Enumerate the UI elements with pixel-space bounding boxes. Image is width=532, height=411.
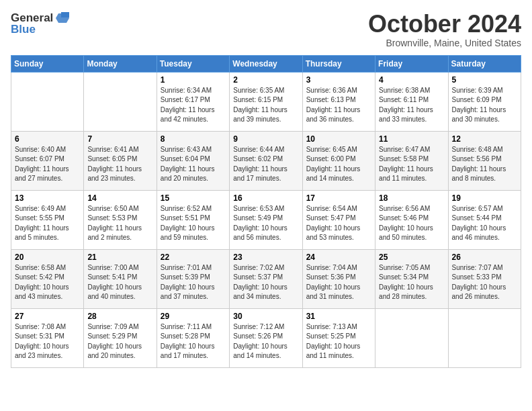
day-number: 28 xyxy=(87,312,152,321)
calendar-cell: 10Sunrise: 6:45 AM Sunset: 6:00 PM Dayli… xyxy=(302,131,375,190)
calendar-cell: 7Sunrise: 6:41 AM Sunset: 6:05 PM Daylig… xyxy=(84,131,157,190)
calendar-cell: 26Sunrise: 7:07 AM Sunset: 5:33 PM Dayli… xyxy=(448,249,521,308)
day-detail: Sunrise: 7:00 AM Sunset: 5:41 PM Dayligh… xyxy=(87,263,152,302)
calendar-cell: 23Sunrise: 7:02 AM Sunset: 5:37 PM Dayli… xyxy=(230,249,302,308)
day-number: 17 xyxy=(306,193,371,203)
calendar-cell: 8Sunrise: 6:43 AM Sunset: 6:04 PM Daylig… xyxy=(157,131,229,190)
calendar-cell: 12Sunrise: 6:48 AM Sunset: 5:56 PM Dayli… xyxy=(448,131,521,190)
day-number: 15 xyxy=(161,193,226,203)
calendar-cell xyxy=(84,72,157,131)
title-section: October 2024 Brownville, Maine, United S… xyxy=(368,11,521,48)
day-number: 7 xyxy=(87,134,152,144)
day-number: 25 xyxy=(379,253,444,262)
calendar-cell: 11Sunrise: 6:47 AM Sunset: 5:58 PM Dayli… xyxy=(375,131,448,190)
calendar-cell: 22Sunrise: 7:01 AM Sunset: 5:39 PM Dayli… xyxy=(157,249,229,308)
calendar-cell: 17Sunrise: 6:54 AM Sunset: 5:47 PM Dayli… xyxy=(302,190,375,249)
weekday-header-saturday: Saturday xyxy=(448,55,521,72)
logo-icon xyxy=(54,11,69,26)
calendar-cell xyxy=(11,72,84,131)
day-detail: Sunrise: 6:45 AM Sunset: 6:00 PM Dayligh… xyxy=(306,145,371,184)
calendar-cell: 27Sunrise: 7:08 AM Sunset: 5:31 PM Dayli… xyxy=(11,308,84,367)
calendar-cell: 25Sunrise: 7:05 AM Sunset: 5:34 PM Dayli… xyxy=(375,249,448,308)
calendar-cell: 28Sunrise: 7:09 AM Sunset: 5:29 PM Dayli… xyxy=(84,308,157,367)
calendar-title: October 2024 xyxy=(368,11,521,38)
calendar-week-row: 6Sunrise: 6:40 AM Sunset: 6:07 PM Daylig… xyxy=(11,131,521,190)
calendar-cell: 15Sunrise: 6:52 AM Sunset: 5:51 PM Dayli… xyxy=(157,190,229,249)
day-detail: Sunrise: 6:34 AM Sunset: 6:17 PM Dayligh… xyxy=(161,86,226,125)
calendar-week-row: 20Sunrise: 6:58 AM Sunset: 5:42 PM Dayli… xyxy=(11,249,521,308)
day-detail: Sunrise: 7:05 AM Sunset: 5:34 PM Dayligh… xyxy=(379,263,444,302)
calendar-cell: 19Sunrise: 6:57 AM Sunset: 5:44 PM Dayli… xyxy=(448,190,521,249)
day-detail: Sunrise: 7:04 AM Sunset: 5:36 PM Dayligh… xyxy=(306,263,371,302)
calendar-cell: 31Sunrise: 7:13 AM Sunset: 5:25 PM Dayli… xyxy=(302,308,375,367)
day-number: 10 xyxy=(306,134,371,144)
day-detail: Sunrise: 6:58 AM Sunset: 5:42 PM Dayligh… xyxy=(15,263,80,302)
weekday-header-friday: Friday xyxy=(375,55,448,72)
logo-blue-text: Blue xyxy=(11,23,36,36)
day-number: 11 xyxy=(379,134,444,144)
calendar-cell: 16Sunrise: 6:53 AM Sunset: 5:49 PM Dayli… xyxy=(230,190,302,249)
day-detail: Sunrise: 6:52 AM Sunset: 5:51 PM Dayligh… xyxy=(161,204,226,243)
day-number: 20 xyxy=(15,253,80,262)
day-number: 13 xyxy=(15,193,80,203)
day-detail: Sunrise: 6:35 AM Sunset: 6:15 PM Dayligh… xyxy=(233,86,298,125)
calendar-cell: 21Sunrise: 7:00 AM Sunset: 5:41 PM Dayli… xyxy=(84,249,157,308)
day-number: 27 xyxy=(15,312,80,321)
day-number: 8 xyxy=(161,134,226,144)
day-detail: Sunrise: 6:48 AM Sunset: 5:56 PM Dayligh… xyxy=(452,145,517,184)
weekday-header-row: SundayMondayTuesdayWednesdayThursdayFrid… xyxy=(11,55,521,72)
day-detail: Sunrise: 6:54 AM Sunset: 5:47 PM Dayligh… xyxy=(306,204,371,243)
day-number: 18 xyxy=(379,193,444,203)
calendar-week-row: 27Sunrise: 7:08 AM Sunset: 5:31 PM Dayli… xyxy=(11,308,521,367)
day-number: 4 xyxy=(379,75,444,85)
calendar-cell: 14Sunrise: 6:50 AM Sunset: 5:53 PM Dayli… xyxy=(84,190,157,249)
calendar-cell: 29Sunrise: 7:11 AM Sunset: 5:28 PM Dayli… xyxy=(157,308,229,367)
day-detail: Sunrise: 6:50 AM Sunset: 5:53 PM Dayligh… xyxy=(87,204,152,243)
day-detail: Sunrise: 6:40 AM Sunset: 6:07 PM Dayligh… xyxy=(15,145,80,184)
day-number: 19 xyxy=(452,193,517,203)
day-number: 21 xyxy=(87,253,152,262)
day-number: 29 xyxy=(161,312,226,321)
day-detail: Sunrise: 6:41 AM Sunset: 6:05 PM Dayligh… xyxy=(87,145,152,184)
calendar-week-row: 13Sunrise: 6:49 AM Sunset: 5:55 PM Dayli… xyxy=(11,190,521,249)
calendar-cell: 3Sunrise: 6:36 AM Sunset: 6:13 PM Daylig… xyxy=(302,72,375,131)
day-detail: Sunrise: 6:43 AM Sunset: 6:04 PM Dayligh… xyxy=(161,145,226,184)
calendar-cell: 24Sunrise: 7:04 AM Sunset: 5:36 PM Dayli… xyxy=(302,249,375,308)
day-detail: Sunrise: 6:49 AM Sunset: 5:55 PM Dayligh… xyxy=(15,204,80,243)
calendar-subtitle: Brownville, Maine, United States xyxy=(368,38,521,48)
page-header: General Blue October 2024 Brownville, Ma… xyxy=(11,11,521,48)
calendar-cell: 6Sunrise: 6:40 AM Sunset: 6:07 PM Daylig… xyxy=(11,131,84,190)
weekday-header-thursday: Thursday xyxy=(302,55,375,72)
weekday-header-sunday: Sunday xyxy=(11,55,84,72)
day-detail: Sunrise: 6:47 AM Sunset: 5:58 PM Dayligh… xyxy=(379,145,444,184)
day-detail: Sunrise: 6:56 AM Sunset: 5:46 PM Dayligh… xyxy=(379,204,444,243)
day-detail: Sunrise: 6:39 AM Sunset: 6:09 PM Dayligh… xyxy=(452,86,517,125)
day-detail: Sunrise: 6:57 AM Sunset: 5:44 PM Dayligh… xyxy=(452,204,517,243)
day-detail: Sunrise: 7:12 AM Sunset: 5:26 PM Dayligh… xyxy=(233,322,298,361)
day-number: 9 xyxy=(233,134,298,144)
day-number: 5 xyxy=(452,75,517,85)
day-detail: Sunrise: 7:11 AM Sunset: 5:28 PM Dayligh… xyxy=(161,322,226,361)
calendar-cell xyxy=(448,308,521,367)
day-number: 16 xyxy=(233,193,298,203)
day-detail: Sunrise: 7:08 AM Sunset: 5:31 PM Dayligh… xyxy=(15,322,80,361)
day-detail: Sunrise: 7:07 AM Sunset: 5:33 PM Dayligh… xyxy=(452,263,517,302)
day-number: 3 xyxy=(306,75,371,85)
calendar-table: SundayMondayTuesdayWednesdayThursdayFrid… xyxy=(11,55,521,368)
weekday-header-wednesday: Wednesday xyxy=(230,55,302,72)
calendar-cell: 9Sunrise: 6:44 AM Sunset: 6:02 PM Daylig… xyxy=(230,131,302,190)
day-detail: Sunrise: 6:44 AM Sunset: 6:02 PM Dayligh… xyxy=(233,145,298,184)
calendar-cell: 18Sunrise: 6:56 AM Sunset: 5:46 PM Dayli… xyxy=(375,190,448,249)
weekday-header-tuesday: Tuesday xyxy=(157,55,229,72)
day-detail: Sunrise: 7:01 AM Sunset: 5:39 PM Dayligh… xyxy=(161,263,226,302)
calendar-week-row: 1Sunrise: 6:34 AM Sunset: 6:17 PM Daylig… xyxy=(11,72,521,131)
logo: General Blue xyxy=(11,11,69,36)
day-number: 6 xyxy=(15,134,80,144)
day-detail: Sunrise: 7:02 AM Sunset: 5:37 PM Dayligh… xyxy=(233,263,298,302)
day-number: 12 xyxy=(452,134,517,144)
calendar-cell xyxy=(375,308,448,367)
calendar-cell: 20Sunrise: 6:58 AM Sunset: 5:42 PM Dayli… xyxy=(11,249,84,308)
day-detail: Sunrise: 6:38 AM Sunset: 6:11 PM Dayligh… xyxy=(379,86,444,125)
day-number: 2 xyxy=(233,75,298,85)
day-number: 24 xyxy=(306,253,371,262)
